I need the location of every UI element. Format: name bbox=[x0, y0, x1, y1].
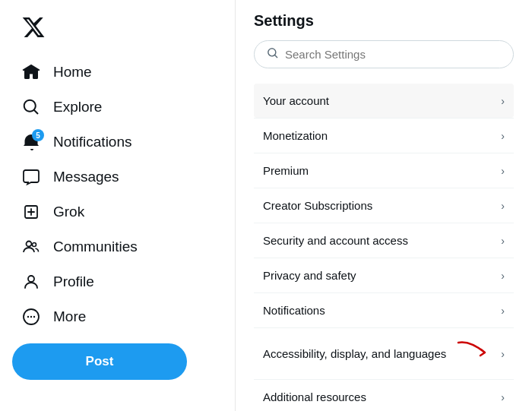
chevron-icon: › bbox=[501, 348, 505, 360]
more-icon bbox=[21, 307, 41, 327]
messages-icon bbox=[21, 167, 41, 187]
settings-item-monetization-label: Monetization bbox=[263, 129, 328, 142]
chevron-icon: › bbox=[501, 200, 505, 212]
settings-item-accessibility[interactable]: Accessibility, display, and languages › bbox=[254, 328, 514, 379]
chevron-icon: › bbox=[501, 391, 505, 403]
sidebar-item-explore-label: Explore bbox=[53, 99, 102, 115]
sidebar-item-more[interactable]: More bbox=[12, 299, 223, 334]
post-button[interactable]: Post bbox=[12, 343, 187, 380]
chevron-icon: › bbox=[501, 130, 505, 142]
settings-item-security[interactable]: Security and account access › bbox=[254, 223, 514, 258]
sidebar: Home Explore 5 Notifications Messages bbox=[0, 0, 236, 411]
home-icon bbox=[21, 62, 41, 82]
profile-icon bbox=[21, 272, 41, 292]
settings-item-security-label: Security and account access bbox=[263, 234, 408, 247]
settings-item-notifications-label: Notifications bbox=[263, 304, 325, 317]
grok-icon bbox=[21, 202, 41, 222]
settings-item-monetization[interactable]: Monetization › bbox=[254, 119, 514, 153]
sidebar-item-home[interactable]: Home bbox=[12, 55, 223, 90]
chevron-icon: › bbox=[501, 270, 505, 282]
communities-icon bbox=[21, 237, 41, 257]
sidebar-item-communities[interactable]: Communities bbox=[12, 229, 223, 264]
settings-list: Your account › Monetization › Premium › … bbox=[254, 84, 514, 411]
settings-item-privacy-label: Privacy and safety bbox=[263, 269, 356, 282]
settings-item-creator-subscriptions-label: Creator Subscriptions bbox=[263, 199, 372, 212]
settings-item-accessibility-label: Accessibility, display, and languages bbox=[263, 347, 446, 360]
svg-point-3 bbox=[28, 276, 34, 282]
logo-wrap bbox=[12, 9, 223, 55]
chevron-icon: › bbox=[501, 305, 505, 317]
search-input[interactable] bbox=[285, 48, 501, 61]
sidebar-item-communities-label: Communities bbox=[53, 239, 138, 255]
notifications-icon: 5 bbox=[21, 132, 41, 152]
sidebar-item-more-label: More bbox=[53, 308, 86, 325]
settings-item-privacy[interactable]: Privacy and safety › bbox=[254, 258, 514, 292]
settings-item-additional-label: Additional resources bbox=[263, 390, 366, 403]
sidebar-item-notifications[interactable]: 5 Notifications bbox=[12, 125, 223, 160]
sidebar-item-profile[interactable]: Profile bbox=[12, 264, 223, 299]
sidebar-item-home-label: Home bbox=[53, 64, 92, 81]
settings-item-creator-subscriptions[interactable]: Creator Subscriptions › bbox=[254, 188, 514, 223]
svg-point-2 bbox=[33, 243, 36, 247]
settings-item-additional[interactable]: Additional resources › bbox=[254, 380, 514, 411]
chevron-icon: › bbox=[501, 95, 505, 107]
red-arrow-annotation bbox=[454, 339, 496, 368]
settings-item-premium-label: Premium bbox=[263, 164, 309, 177]
sidebar-item-messages-label: Messages bbox=[53, 169, 119, 185]
nav-list: Home Explore 5 Notifications Messages bbox=[12, 55, 223, 334]
svg-point-5 bbox=[27, 316, 29, 318]
settings-item-premium[interactable]: Premium › bbox=[254, 153, 514, 188]
search-box[interactable] bbox=[254, 40, 514, 68]
sidebar-item-grok[interactable]: Grok bbox=[12, 194, 223, 229]
red-arrow-icon bbox=[454, 339, 496, 365]
svg-point-1 bbox=[27, 242, 32, 247]
explore-icon bbox=[21, 97, 41, 117]
x-logo-icon[interactable] bbox=[21, 15, 46, 40]
search-icon bbox=[267, 47, 279, 62]
sidebar-item-explore[interactable]: Explore bbox=[12, 90, 223, 125]
chevron-icon: › bbox=[501, 165, 505, 177]
chevron-icon: › bbox=[501, 235, 505, 247]
settings-item-your-account[interactable]: Your account › bbox=[254, 84, 514, 118]
svg-point-6 bbox=[30, 316, 32, 318]
sidebar-item-notifications-label: Notifications bbox=[53, 134, 132, 150]
sidebar-item-grok-label: Grok bbox=[53, 204, 84, 220]
settings-panel: Settings Your account › Monetization › P… bbox=[236, 0, 532, 411]
svg-point-7 bbox=[33, 316, 35, 318]
notifications-badge: 5 bbox=[32, 129, 44, 141]
sidebar-item-messages[interactable]: Messages bbox=[12, 160, 223, 194]
sidebar-item-profile-label: Profile bbox=[53, 273, 94, 290]
settings-item-notifications[interactable]: Notifications › bbox=[254, 293, 514, 327]
settings-item-your-account-label: Your account bbox=[263, 94, 329, 107]
settings-title: Settings bbox=[254, 12, 514, 30]
